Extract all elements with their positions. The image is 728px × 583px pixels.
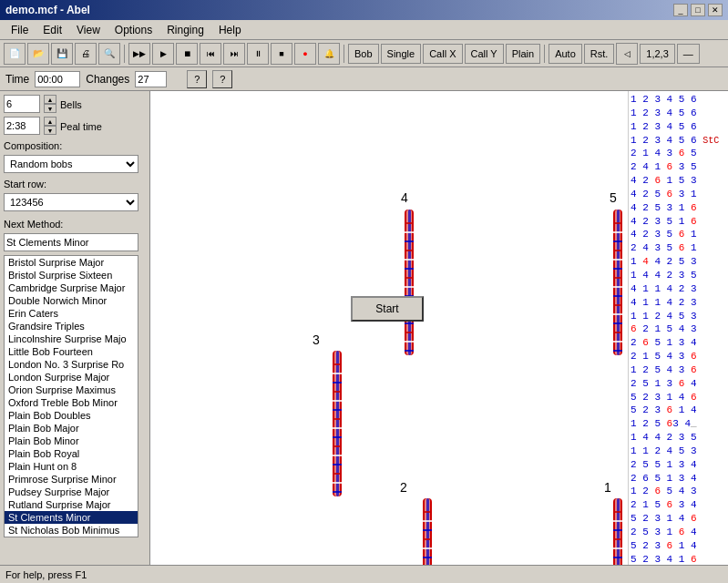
peal-time-input[interactable] [4,117,40,135]
time-input[interactable] [35,71,80,87]
list-item[interactable]: London No. 3 Surprise Ro [5,358,138,371]
list-item[interactable]: Pudsey Surprise Major [5,486,138,498]
bell-label-1: 1 [604,480,611,495]
bells-row: ▲ ▼ Bells [4,95,146,113]
bells-down[interactable]: ▼ [44,104,56,113]
list-item[interactable]: Double Norwich Minor [5,294,138,307]
list-item[interactable]: Bristol Surprise Major [5,256,138,269]
help-btn1[interactable]: ? [187,70,207,88]
tb-skip-back[interactable]: ⏮ [200,43,221,65]
tb-stop[interactable]: ■ [271,43,292,65]
tb-bob[interactable]: Bob [348,44,379,64]
rope-3 [333,351,342,496]
bells-label: Bells [60,99,82,110]
list-item[interactable]: Little Bob Fourteen [5,345,138,358]
change-row: 6 2 1 5 4 3 [631,322,726,336]
help-btn2[interactable]: ? [212,70,232,88]
list-item[interactable]: Oxford Treble Bob Minor [5,396,138,409]
tb-dash[interactable]: — [677,44,700,64]
tb-arrow-left[interactable]: ◁ [616,43,638,65]
peal-up[interactable]: ▲ [44,117,56,126]
bells-up[interactable]: ▲ [44,95,56,104]
tb-plain[interactable]: Plain [506,44,540,64]
list-item[interactable]: Primrose Surprise Minor [5,473,138,486]
center-panel: 4 [150,91,628,565]
rope-4 [405,210,414,355]
change-row: 4 2 5 3 1 6 [631,201,726,215]
change-row: 2 6 5 1 3 4 [631,472,726,486]
list-item[interactable]: Orion Surprise Maximus [5,384,138,396]
tb-save[interactable]: 💾 [51,43,73,65]
tb-new[interactable]: 📄 [4,43,26,65]
menu-file[interactable]: File [4,21,36,39]
tb-play[interactable]: ▶ [152,43,174,65]
list-item[interactable]: St Nicholas Bob Minimus [5,524,138,537]
list-item[interactable]: Grandsire Triples [5,320,138,332]
menu-bar: File Edit View Options Ringing Help [0,20,728,40]
close-button[interactable]: ✕ [708,4,723,16]
list-item[interactable]: Plain Bob Doubles [5,409,138,422]
menu-ringing[interactable]: Ringing [159,21,211,39]
tb-cally[interactable]: Call Y [465,44,504,64]
start-button[interactable]: Start [351,296,424,322]
change-row: 4 2 5 6 3 1 [631,188,726,201]
bells-spinners[interactable]: ▲ ▼ [44,95,56,113]
change-row: 1 4 4 2 3 5 [631,431,726,445]
menu-view[interactable]: View [69,21,108,39]
bells-input[interactable] [4,95,40,113]
maximize-button[interactable]: □ [691,4,705,16]
list-item-selected[interactable]: St Clements Minor [5,511,138,524]
list-item[interactable]: Cambridge Surprise Major [5,281,138,294]
tb-bell[interactable]: 🔔 [318,43,340,65]
changes-input[interactable] [135,71,167,87]
separator-3 [544,45,545,63]
menu-help[interactable]: Help [211,21,249,39]
bell-label-4: 4 [401,190,408,205]
start-row-label: Start row: [4,179,146,189]
title-controls[interactable]: _ □ ✕ [673,4,723,16]
change-row: 1 4 4 2 3 5 [631,269,726,282]
list-item[interactable]: Plain Bob Minor [5,435,138,447]
tb-fast-forward[interactable]: ▶▶ [128,43,150,65]
composition-label: Composition: [4,140,146,151]
tb-open[interactable]: 📂 [27,43,49,65]
change-row: 1 2 6 5 4 3 [631,485,726,498]
list-item[interactable]: Plain Bob Major [5,422,138,435]
bell-label-5: 5 [610,190,617,205]
tb-pause[interactable]: ⏸ [247,43,269,65]
minimize-button[interactable]: _ [673,4,688,16]
tb-auto[interactable]: Auto [549,44,582,64]
menu-edit[interactable]: Edit [36,21,69,39]
right-panel[interactable]: 1 2 3 4 5 6 1 2 3 4 5 6 1 2 3 4 5 6 1 2 … [628,91,728,565]
peal-time-label: Peal time [60,121,102,132]
list-item[interactable]: Lincolnshire Surprise Majo [5,332,138,345]
rope-5 [613,210,622,355]
change-row: 4 1 1 4 2 3 [631,282,726,296]
list-item[interactable]: Rutland Surprise Major [5,498,138,511]
next-method-input[interactable] [4,233,138,251]
change-row: 2 1 5 4 3 6 [631,350,726,363]
list-item[interactable]: Plain Bob Royal [5,447,138,460]
list-item[interactable]: Erin Caters [5,307,138,320]
tb-123[interactable]: 1,2,3 [640,44,674,64]
tb-single[interactable]: Single [381,44,422,64]
list-item[interactable]: Bristol Surprise Sixteen [5,269,138,281]
peal-down[interactable]: ▼ [44,126,56,135]
tb-preview[interactable]: 🔍 [98,43,120,65]
peal-spinners[interactable]: ▲ ▼ [44,117,56,135]
list-item[interactable]: Stedman 19 [5,537,138,537]
tb-print[interactable]: 🖨 [75,43,97,65]
change-row: 2 5 5 1 3 4 [631,458,726,472]
tb-pause-play[interactable]: ⏹ [176,43,198,65]
composition-dropdown[interactable]: Random bobs [4,155,138,173]
list-item[interactable]: Plain Hunt on 8 [5,460,138,473]
tb-callx[interactable]: Call X [423,44,462,64]
tb-skip-forward[interactable]: ⏭ [223,43,245,65]
toolbar: 📄 📂 💾 🖨 🔍 ▶▶ ▶ ⏹ ⏮ ⏭ ⏸ ■ ● 🔔 Bob Single … [0,40,728,67]
tb-record[interactable]: ● [294,43,316,65]
tb-rst[interactable]: Rst. [584,44,615,64]
menu-options[interactable]: Options [108,21,159,39]
method-list[interactable]: Bristol Surprise Major Bristol Surprise … [4,255,138,537]
start-row-dropdown[interactable]: 123456 [4,193,138,211]
list-item[interactable]: London Surprise Major [5,371,138,384]
